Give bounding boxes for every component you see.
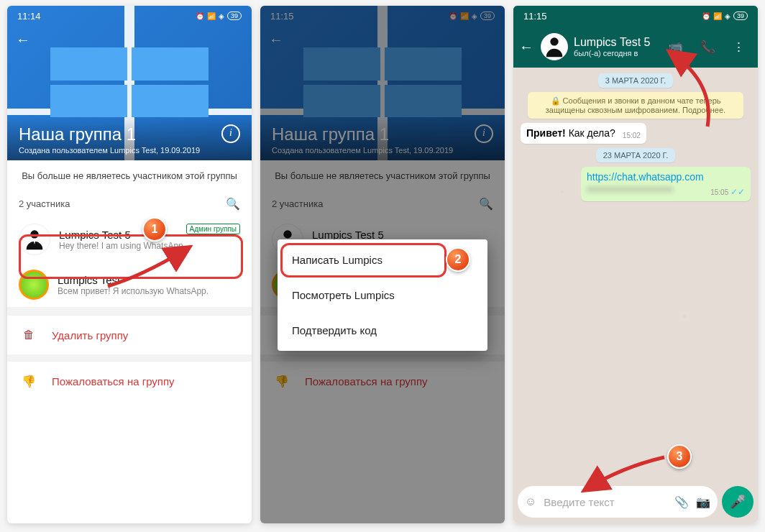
clock: 11:15 — [523, 11, 547, 22]
battery-icon: 39 — [733, 12, 748, 20]
more-icon[interactable]: ⋮ — [733, 40, 745, 55]
annotation-badge-3: 3 — [667, 444, 692, 469]
message-time: 15:02 — [623, 132, 641, 139]
message-blurred: xxxxxxxxxxxxxxxxxxxx — [587, 184, 673, 194]
action-label: Удалить группу — [52, 329, 128, 341]
message-incoming[interactable]: Привет! Как дела? 15:02 — [521, 123, 646, 144]
encryption-notice[interactable]: 🔒 Сообщения и звонки в данном чате тепер… — [528, 92, 743, 119]
wifi-icon: ◈ — [725, 12, 730, 20]
search-icon[interactable]: 🔍 — [226, 197, 240, 211]
battery-icon: 39 — [227, 12, 242, 20]
status-bar: 11:15 ⏰ 📶 ◈ 39 — [513, 6, 758, 26]
avatar-icon[interactable] — [541, 33, 568, 60]
status-icons: ⏰ 📶 ◈ 39 — [196, 12, 242, 20]
screen-group-info: 11:14 ⏰ 📶 ◈ 39 ← Наша группа 1 Создана п… — [7, 6, 252, 523]
popup-item-confirm[interactable]: Подтвердить код — [278, 313, 487, 348]
annotation-badge-2: 2 — [446, 247, 470, 272]
delete-group-button[interactable]: 🗑 Удалить группу — [7, 307, 252, 354]
popup-item-view[interactable]: Посмотреть Lumpics — [278, 278, 487, 313]
back-button[interactable]: ← — [16, 32, 30, 48]
screen-context-menu: 11:15 ⏰ 📶 ◈ 39 ← Наша группа 1 Создана п… — [260, 6, 505, 523]
signal-icon: 📶 — [713, 12, 722, 20]
not-member-notice: Вы больше не являетесь участником этой г… — [7, 160, 252, 191]
attach-icon[interactable]: 📎 — [674, 495, 689, 509]
screen-chat: 11:15 ⏰ 📶 ◈ 39 ← Lumpics Test 5 был(-а) … — [513, 6, 758, 523]
clock: 11:14 — [17, 11, 41, 22]
chat-input-bar: ☺ Введите текст 📎 📷 🎤 — [513, 482, 758, 523]
svg-point-0 — [30, 230, 38, 238]
group-title: Наша группа 1 — [19, 124, 240, 145]
member-row-0[interactable]: Lumpics Test 5 Hey there! I am using Wha… — [7, 216, 252, 262]
voice-call-icon[interactable]: 📞 — [700, 40, 715, 55]
read-tick-icon: ✓✓ — [730, 187, 745, 197]
info-button[interactable]: i — [221, 124, 240, 143]
signal-icon: 📶 — [207, 12, 216, 20]
avatar-icon — [19, 224, 50, 255]
report-group-button[interactable]: 👎 Пожаловаться на группу — [7, 354, 252, 401]
status-bar: 11:14 ⏰ 📶 ◈ 39 — [7, 6, 252, 26]
date-chip: 3 МАРТА 2020 Г. — [598, 73, 673, 88]
thumbs-down-icon: 👎 — [22, 375, 36, 388]
camera-icon[interactable]: 📷 — [696, 495, 710, 509]
group-subtitle: Создана пользователем Lumpics Test, 19.0… — [19, 146, 240, 155]
chat-title: Lumpics Test 5 — [574, 36, 650, 49]
admin-badge: Админ группы — [186, 224, 240, 234]
message-time: 15:05 ✓✓ — [710, 187, 745, 197]
status-icons: ⏰ 📶 ◈ 39 — [702, 12, 748, 20]
alarm-icon: ⏰ — [196, 12, 204, 20]
wifi-icon: ◈ — [219, 12, 224, 20]
member-status: Hey there! I am using WhatsApp. — [59, 241, 240, 251]
member-status: Всем привет! Я использую WhatsApp. — [58, 286, 240, 296]
video-call-icon[interactable]: 📹 — [668, 40, 683, 55]
message-text-strong: Привет! — [526, 127, 566, 139]
lock-icon: 🔒 — [551, 96, 561, 105]
svg-point-2 — [550, 37, 558, 45]
avatar-icon — [19, 270, 49, 300]
chat-body[interactable]: 3 МАРТА 2020 Г. 🔒 Сообщения и звонки в д… — [513, 68, 758, 482]
action-label: Пожаловаться на группу — [52, 375, 175, 387]
alarm-icon: ⏰ — [702, 12, 710, 20]
message-text: Как дела? — [566, 127, 615, 139]
trash-icon: 🗑 — [22, 329, 36, 341]
member-name: Lumpics Test — [58, 274, 240, 286]
group-cover: ← Наша группа 1 Создана пользователем Lu… — [7, 6, 252, 160]
members-header-row: 2 участника 🔍 — [7, 191, 252, 216]
message-link[interactable]: https://chat.whatsapp.com — [587, 171, 704, 183]
message-input[interactable]: ☺ Введите текст 📎 📷 — [518, 486, 718, 518]
emoji-icon[interactable]: ☺ — [525, 495, 536, 508]
date-chip: 23 МАРТА 2020 Г. — [596, 148, 676, 162]
mic-button[interactable]: 🎤 — [722, 486, 753, 518]
members-count: 2 участника — [19, 198, 70, 209]
input-placeholder: Введите текст — [544, 496, 667, 508]
chat-subtitle: был(-а) сегодня в — [574, 49, 650, 58]
message-outgoing[interactable]: https://chat.whatsapp.com xxxxxxxxxxxxxx… — [581, 167, 751, 201]
member-row-1[interactable]: Lumpics Test Всем привет! Я использую Wh… — [7, 262, 252, 307]
back-button[interactable]: ← — [518, 39, 535, 55]
annotation-badge-1: 1 — [142, 217, 167, 242]
